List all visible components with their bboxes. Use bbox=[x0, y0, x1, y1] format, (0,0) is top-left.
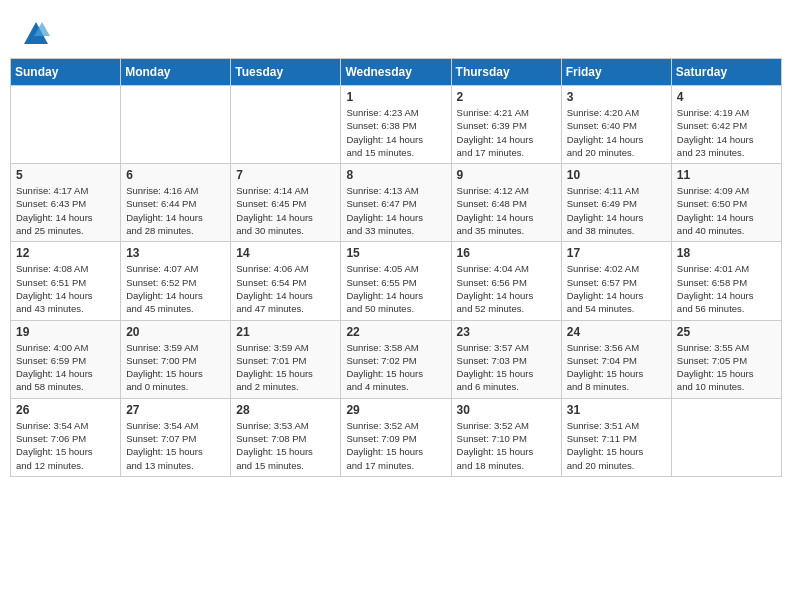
calendar-cell: 26Sunrise: 3:54 AM Sunset: 7:06 PM Dayli… bbox=[11, 398, 121, 476]
calendar-cell: 30Sunrise: 3:52 AM Sunset: 7:10 PM Dayli… bbox=[451, 398, 561, 476]
day-info: Sunrise: 4:21 AM Sunset: 6:39 PM Dayligh… bbox=[457, 106, 556, 159]
day-number: 21 bbox=[236, 325, 335, 339]
weekday-header: Sunday bbox=[11, 59, 121, 86]
calendar-cell: 8Sunrise: 4:13 AM Sunset: 6:47 PM Daylig… bbox=[341, 164, 451, 242]
day-number: 2 bbox=[457, 90, 556, 104]
calendar-week-row: 5Sunrise: 4:17 AM Sunset: 6:43 PM Daylig… bbox=[11, 164, 782, 242]
calendar-cell: 2Sunrise: 4:21 AM Sunset: 6:39 PM Daylig… bbox=[451, 86, 561, 164]
day-info: Sunrise: 4:23 AM Sunset: 6:38 PM Dayligh… bbox=[346, 106, 445, 159]
day-number: 13 bbox=[126, 246, 225, 260]
weekday-header: Friday bbox=[561, 59, 671, 86]
day-info: Sunrise: 3:55 AM Sunset: 7:05 PM Dayligh… bbox=[677, 341, 776, 394]
day-info: Sunrise: 4:19 AM Sunset: 6:42 PM Dayligh… bbox=[677, 106, 776, 159]
calendar-cell: 13Sunrise: 4:07 AM Sunset: 6:52 PM Dayli… bbox=[121, 242, 231, 320]
calendar-cell: 19Sunrise: 4:00 AM Sunset: 6:59 PM Dayli… bbox=[11, 320, 121, 398]
weekday-header: Monday bbox=[121, 59, 231, 86]
calendar-cell: 17Sunrise: 4:02 AM Sunset: 6:57 PM Dayli… bbox=[561, 242, 671, 320]
day-info: Sunrise: 3:57 AM Sunset: 7:03 PM Dayligh… bbox=[457, 341, 556, 394]
day-number: 5 bbox=[16, 168, 115, 182]
day-info: Sunrise: 3:59 AM Sunset: 7:00 PM Dayligh… bbox=[126, 341, 225, 394]
day-number: 24 bbox=[567, 325, 666, 339]
day-info: Sunrise: 4:04 AM Sunset: 6:56 PM Dayligh… bbox=[457, 262, 556, 315]
page-header bbox=[10, 10, 782, 53]
logo-icon bbox=[22, 20, 50, 48]
calendar-cell: 31Sunrise: 3:51 AM Sunset: 7:11 PM Dayli… bbox=[561, 398, 671, 476]
calendar-cell: 6Sunrise: 4:16 AM Sunset: 6:44 PM Daylig… bbox=[121, 164, 231, 242]
calendar-cell: 15Sunrise: 4:05 AM Sunset: 6:55 PM Dayli… bbox=[341, 242, 451, 320]
day-info: Sunrise: 4:01 AM Sunset: 6:58 PM Dayligh… bbox=[677, 262, 776, 315]
calendar-week-row: 1Sunrise: 4:23 AM Sunset: 6:38 PM Daylig… bbox=[11, 86, 782, 164]
day-info: Sunrise: 4:07 AM Sunset: 6:52 PM Dayligh… bbox=[126, 262, 225, 315]
day-number: 14 bbox=[236, 246, 335, 260]
calendar-cell: 9Sunrise: 4:12 AM Sunset: 6:48 PM Daylig… bbox=[451, 164, 561, 242]
calendar-cell: 21Sunrise: 3:59 AM Sunset: 7:01 PM Dayli… bbox=[231, 320, 341, 398]
day-info: Sunrise: 4:06 AM Sunset: 6:54 PM Dayligh… bbox=[236, 262, 335, 315]
day-number: 27 bbox=[126, 403, 225, 417]
day-info: Sunrise: 4:13 AM Sunset: 6:47 PM Dayligh… bbox=[346, 184, 445, 237]
calendar-cell: 12Sunrise: 4:08 AM Sunset: 6:51 PM Dayli… bbox=[11, 242, 121, 320]
day-info: Sunrise: 3:58 AM Sunset: 7:02 PM Dayligh… bbox=[346, 341, 445, 394]
day-info: Sunrise: 4:12 AM Sunset: 6:48 PM Dayligh… bbox=[457, 184, 556, 237]
calendar-week-row: 19Sunrise: 4:00 AM Sunset: 6:59 PM Dayli… bbox=[11, 320, 782, 398]
calendar-cell: 28Sunrise: 3:53 AM Sunset: 7:08 PM Dayli… bbox=[231, 398, 341, 476]
calendar-cell bbox=[11, 86, 121, 164]
day-number: 18 bbox=[677, 246, 776, 260]
day-number: 7 bbox=[236, 168, 335, 182]
day-number: 29 bbox=[346, 403, 445, 417]
calendar-cell: 3Sunrise: 4:20 AM Sunset: 6:40 PM Daylig… bbox=[561, 86, 671, 164]
day-info: Sunrise: 4:05 AM Sunset: 6:55 PM Dayligh… bbox=[346, 262, 445, 315]
calendar-cell: 11Sunrise: 4:09 AM Sunset: 6:50 PM Dayli… bbox=[671, 164, 781, 242]
day-number: 30 bbox=[457, 403, 556, 417]
day-number: 23 bbox=[457, 325, 556, 339]
day-info: Sunrise: 3:52 AM Sunset: 7:10 PM Dayligh… bbox=[457, 419, 556, 472]
calendar-cell: 29Sunrise: 3:52 AM Sunset: 7:09 PM Dayli… bbox=[341, 398, 451, 476]
day-number: 8 bbox=[346, 168, 445, 182]
calendar-cell: 20Sunrise: 3:59 AM Sunset: 7:00 PM Dayli… bbox=[121, 320, 231, 398]
calendar-header-row: SundayMondayTuesdayWednesdayThursdayFrid… bbox=[11, 59, 782, 86]
calendar-cell: 22Sunrise: 3:58 AM Sunset: 7:02 PM Dayli… bbox=[341, 320, 451, 398]
day-number: 19 bbox=[16, 325, 115, 339]
day-number: 16 bbox=[457, 246, 556, 260]
calendar-cell: 18Sunrise: 4:01 AM Sunset: 6:58 PM Dayli… bbox=[671, 242, 781, 320]
calendar-cell: 27Sunrise: 3:54 AM Sunset: 7:07 PM Dayli… bbox=[121, 398, 231, 476]
weekday-header: Tuesday bbox=[231, 59, 341, 86]
day-info: Sunrise: 3:59 AM Sunset: 7:01 PM Dayligh… bbox=[236, 341, 335, 394]
day-info: Sunrise: 3:53 AM Sunset: 7:08 PM Dayligh… bbox=[236, 419, 335, 472]
day-number: 22 bbox=[346, 325, 445, 339]
day-info: Sunrise: 3:56 AM Sunset: 7:04 PM Dayligh… bbox=[567, 341, 666, 394]
calendar-cell: 24Sunrise: 3:56 AM Sunset: 7:04 PM Dayli… bbox=[561, 320, 671, 398]
day-info: Sunrise: 4:02 AM Sunset: 6:57 PM Dayligh… bbox=[567, 262, 666, 315]
weekday-header: Wednesday bbox=[341, 59, 451, 86]
day-info: Sunrise: 3:54 AM Sunset: 7:07 PM Dayligh… bbox=[126, 419, 225, 472]
calendar-table: SundayMondayTuesdayWednesdayThursdayFrid… bbox=[10, 58, 782, 477]
calendar-cell: 25Sunrise: 3:55 AM Sunset: 7:05 PM Dayli… bbox=[671, 320, 781, 398]
day-info: Sunrise: 4:11 AM Sunset: 6:49 PM Dayligh… bbox=[567, 184, 666, 237]
day-number: 26 bbox=[16, 403, 115, 417]
day-number: 11 bbox=[677, 168, 776, 182]
day-number: 12 bbox=[16, 246, 115, 260]
day-number: 17 bbox=[567, 246, 666, 260]
logo bbox=[20, 20, 50, 48]
calendar-cell: 5Sunrise: 4:17 AM Sunset: 6:43 PM Daylig… bbox=[11, 164, 121, 242]
calendar-cell: 4Sunrise: 4:19 AM Sunset: 6:42 PM Daylig… bbox=[671, 86, 781, 164]
calendar-cell bbox=[231, 86, 341, 164]
day-number: 1 bbox=[346, 90, 445, 104]
day-number: 28 bbox=[236, 403, 335, 417]
day-info: Sunrise: 3:54 AM Sunset: 7:06 PM Dayligh… bbox=[16, 419, 115, 472]
day-info: Sunrise: 4:00 AM Sunset: 6:59 PM Dayligh… bbox=[16, 341, 115, 394]
calendar-cell: 16Sunrise: 4:04 AM Sunset: 6:56 PM Dayli… bbox=[451, 242, 561, 320]
day-info: Sunrise: 3:51 AM Sunset: 7:11 PM Dayligh… bbox=[567, 419, 666, 472]
calendar-cell bbox=[121, 86, 231, 164]
day-number: 3 bbox=[567, 90, 666, 104]
day-info: Sunrise: 4:20 AM Sunset: 6:40 PM Dayligh… bbox=[567, 106, 666, 159]
calendar-cell: 23Sunrise: 3:57 AM Sunset: 7:03 PM Dayli… bbox=[451, 320, 561, 398]
weekday-header: Thursday bbox=[451, 59, 561, 86]
calendar-cell: 10Sunrise: 4:11 AM Sunset: 6:49 PM Dayli… bbox=[561, 164, 671, 242]
day-number: 9 bbox=[457, 168, 556, 182]
day-info: Sunrise: 4:09 AM Sunset: 6:50 PM Dayligh… bbox=[677, 184, 776, 237]
day-info: Sunrise: 4:08 AM Sunset: 6:51 PM Dayligh… bbox=[16, 262, 115, 315]
day-number: 25 bbox=[677, 325, 776, 339]
day-number: 31 bbox=[567, 403, 666, 417]
calendar-cell: 1Sunrise: 4:23 AM Sunset: 6:38 PM Daylig… bbox=[341, 86, 451, 164]
calendar-week-row: 12Sunrise: 4:08 AM Sunset: 6:51 PM Dayli… bbox=[11, 242, 782, 320]
